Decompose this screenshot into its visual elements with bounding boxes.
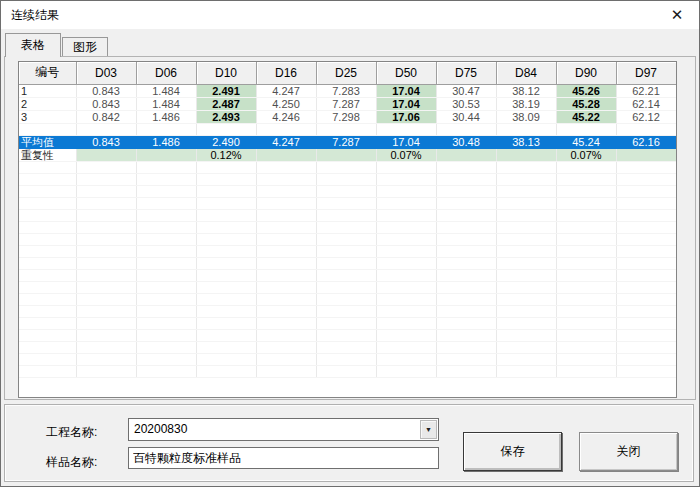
save-button[interactable]: 保存 — [463, 432, 562, 471]
cell-D25: 7.287 — [316, 97, 376, 110]
results-table-container: 编号D03D06D10D16D25D50D75D84D90D97 10.8431… — [18, 61, 677, 398]
tab-graph[interactable]: 图形 — [62, 37, 108, 56]
cell-D50: 0.07% — [376, 148, 436, 161]
column-header[interactable]: D03 — [76, 62, 136, 84]
cell-D03: 0.842 — [76, 110, 136, 123]
tab-table[interactable]: 表格 — [5, 33, 61, 57]
empty-cell — [436, 317, 496, 329]
column-header[interactable]: D06 — [136, 62, 196, 84]
row-label — [19, 341, 76, 353]
table-row[interactable]: 平均值0.8431.4862.4904.2477.28717.0430.4838… — [19, 135, 676, 148]
empty-cell — [256, 173, 316, 185]
table-row[interactable]: 重复性0.12%0.07%0.07% — [19, 148, 676, 161]
column-header[interactable]: D16 — [256, 62, 316, 84]
empty-cell — [556, 257, 616, 269]
cell-D75: 30.48 — [436, 135, 496, 148]
empty-row — [19, 269, 676, 281]
empty-cell — [256, 293, 316, 305]
empty-cell — [376, 365, 436, 377]
table-row[interactable] — [19, 123, 676, 135]
cell-D10: 2.493 — [196, 110, 256, 123]
empty-cell — [376, 293, 436, 305]
cell-D25: 7.287 — [316, 135, 376, 148]
empty-cell — [256, 257, 316, 269]
project-name-combobox[interactable]: 20200830 ▼ — [128, 418, 439, 441]
empty-cell — [556, 353, 616, 365]
empty-cell — [376, 221, 436, 233]
empty-cell — [76, 233, 136, 245]
row-label — [19, 317, 76, 329]
column-header[interactable]: D90 — [556, 62, 616, 84]
empty-cell — [376, 161, 436, 173]
empty-row — [19, 281, 676, 293]
cell-D75: 30.44 — [436, 110, 496, 123]
empty-row — [19, 173, 676, 185]
empty-row — [19, 209, 676, 221]
column-header[interactable]: D97 — [616, 62, 676, 84]
row-label — [19, 269, 76, 281]
empty-cell — [136, 365, 196, 377]
column-header[interactable]: 编号 — [19, 62, 76, 84]
close-button[interactable]: 关闭 — [579, 432, 678, 471]
empty-cell — [76, 161, 136, 173]
empty-cell — [616, 173, 676, 185]
empty-cell — [376, 341, 436, 353]
row-label — [19, 365, 76, 377]
cell-D97: 62.21 — [616, 84, 676, 97]
empty-cell — [316, 293, 376, 305]
empty-cell — [556, 233, 616, 245]
cell-D50 — [376, 123, 436, 135]
empty-cell — [136, 185, 196, 197]
table-row[interactable]: 10.8431.4842.4914.2477.28317.0430.4738.1… — [19, 84, 676, 97]
empty-cell — [376, 269, 436, 281]
cell-D90: 45.22 — [556, 110, 616, 123]
empty-cell — [316, 233, 376, 245]
cell-D84: 38.13 — [496, 135, 556, 148]
empty-row — [19, 305, 676, 317]
column-header[interactable]: D10 — [196, 62, 256, 84]
empty-cell — [496, 245, 556, 257]
sample-name-input[interactable] — [128, 447, 439, 469]
empty-cell — [76, 245, 136, 257]
empty-cell — [436, 329, 496, 341]
empty-cell — [136, 221, 196, 233]
empty-cell — [76, 365, 136, 377]
empty-cell — [316, 281, 376, 293]
empty-cell — [556, 329, 616, 341]
column-header[interactable]: D25 — [316, 62, 376, 84]
empty-cell — [136, 329, 196, 341]
row-label: 2 — [19, 97, 76, 110]
empty-row — [19, 257, 676, 269]
row-label — [19, 209, 76, 221]
cell-D03: 0.843 — [76, 97, 136, 110]
empty-cell — [136, 173, 196, 185]
row-label — [19, 353, 76, 365]
empty-row — [19, 197, 676, 209]
empty-cell — [76, 281, 136, 293]
row-label — [19, 293, 76, 305]
cell-D50: 17.04 — [376, 135, 436, 148]
cell-D90: 45.28 — [556, 97, 616, 110]
row-label: 平均值 — [19, 135, 76, 148]
close-icon[interactable]: ✕ — [661, 1, 693, 29]
empty-cell — [616, 161, 676, 173]
column-header[interactable]: D84 — [496, 62, 556, 84]
table-row[interactable]: 30.8421.4862.4934.2467.29817.0630.4438.0… — [19, 110, 676, 123]
column-header[interactable]: D75 — [436, 62, 496, 84]
empty-cell — [136, 197, 196, 209]
column-header[interactable]: D50 — [376, 62, 436, 84]
cell-D84 — [496, 148, 556, 161]
empty-cell — [556, 365, 616, 377]
empty-cell — [616, 221, 676, 233]
empty-cell — [436, 221, 496, 233]
cell-D97: 62.12 — [616, 110, 676, 123]
cell-D97 — [616, 123, 676, 135]
table-row[interactable]: 20.8431.4842.4874.2507.28717.0430.5338.1… — [19, 97, 676, 110]
empty-cell — [316, 209, 376, 221]
cell-D90: 45.26 — [556, 84, 616, 97]
chevron-down-icon[interactable]: ▼ — [420, 420, 437, 439]
cell-D10 — [196, 123, 256, 135]
cell-D06: 1.484 — [136, 97, 196, 110]
empty-cell — [496, 257, 556, 269]
results-table-body: 10.8431.4842.4914.2477.28317.0430.4738.1… — [19, 84, 676, 377]
